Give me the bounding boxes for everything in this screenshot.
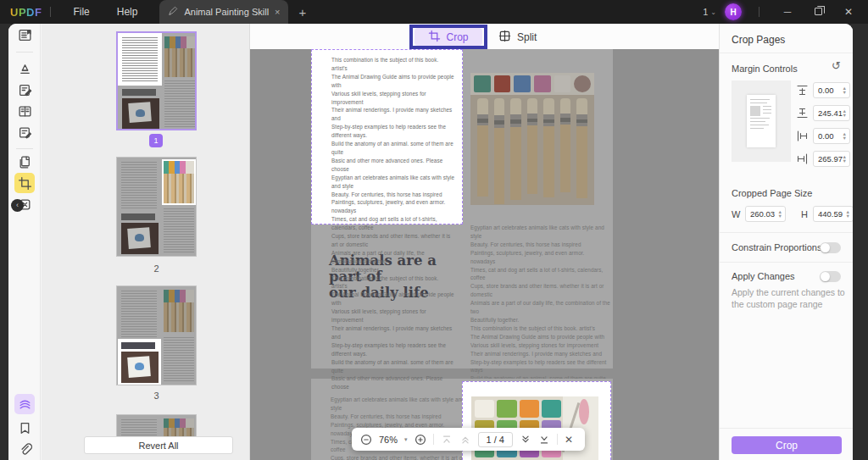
apply-changes-toggle[interactable]: [820, 271, 841, 282]
crop-pages-panel: Crop Pages Margin Controls ↺ ▲▼: [719, 24, 853, 460]
fill-sign-icon[interactable]: [14, 122, 35, 142]
menu-help[interactable]: Help: [103, 0, 152, 24]
previous-page-button[interactable]: [459, 434, 471, 446]
updf-logo: UPDF: [10, 6, 42, 19]
margin-left-icon: [796, 130, 809, 142]
new-tab-button[interactable]: +: [298, 5, 306, 19]
zoom-page-toolbar: 76% ▾ 1 / 4 ✕: [352, 428, 585, 451]
divider: [720, 428, 853, 429]
brushes-photo: [470, 73, 594, 205]
panel-title: Crop Pages: [732, 34, 785, 46]
attachment-icon[interactable]: [14, 439, 35, 459]
height-input[interactable]: ▲▼: [813, 206, 853, 222]
page-number-label: 3: [116, 391, 197, 401]
reader-icon[interactable]: [14, 25, 35, 45]
spinner-arrows[interactable]: ▲▼: [843, 155, 849, 163]
page-thumbnail-panel: 1 2 3 Revert All: [42, 24, 250, 460]
divider: [720, 232, 853, 233]
organize-pages-icon[interactable]: [14, 101, 35, 121]
revert-all-button[interactable]: Revert All: [84, 436, 233, 454]
margin-bottom-input[interactable]: ▲▼: [813, 105, 850, 121]
divider: [759, 7, 760, 17]
first-page-button[interactable]: [441, 434, 453, 446]
page-number-badge: 1: [149, 134, 163, 147]
pen-icon: [168, 4, 178, 19]
page-copy-icon[interactable]: [14, 152, 35, 172]
margin-top-input[interactable]: ▲▼: [813, 82, 850, 98]
menu-file[interactable]: File: [59, 0, 103, 24]
spinner-arrows[interactable]: ▲▼: [846, 210, 853, 218]
tab-title: Animal Painting Skills*: [184, 7, 269, 17]
reset-margins-icon[interactable]: ↺: [832, 61, 841, 71]
crop-mode-button[interactable]: Crop: [415, 28, 482, 46]
minimize-button[interactable]: ─: [776, 6, 798, 18]
margin-controls-label: Margin Controls: [732, 64, 798, 74]
document-tab[interactable]: Animal Painting Skills* ×: [159, 0, 288, 24]
zoom-in-button[interactable]: [415, 434, 426, 446]
next-page-button[interactable]: [520, 434, 531, 446]
margin-left-input[interactable]: ▲▼: [813, 128, 850, 144]
margin-right-icon: [796, 152, 809, 165]
thumbnail-page-3[interactable]: [116, 285, 197, 385]
title-bar: UPDF File Help Animal Painting Skills* ×…: [0, 0, 868, 24]
document-canvas: Crop Split: [250, 24, 719, 460]
divider: [16, 148, 33, 149]
constrain-proportions-toggle[interactable]: [820, 242, 841, 253]
apply-changes-label: Apply Changes: [732, 271, 795, 281]
page1-left-column: This combination is the subject of this …: [312, 50, 462, 391]
bookmark-icon[interactable]: [14, 418, 35, 438]
spinner-arrows[interactable]: ▲▼: [778, 210, 785, 218]
divider: [720, 262, 853, 263]
page-indicator[interactable]: 1 / 4: [478, 432, 513, 447]
divider: [50, 7, 51, 17]
last-page-button[interactable]: [538, 434, 550, 446]
width-label: W: [732, 209, 740, 219]
margin-right-input[interactable]: ▲▼: [813, 151, 850, 167]
spinner-arrows[interactable]: ▲▼: [843, 86, 849, 94]
crop-preview: [732, 80, 791, 162]
zoom-dropdown-icon[interactable]: ▾: [404, 436, 408, 443]
apply-changes-description: Apply the current changes to the custom …: [732, 286, 845, 310]
crop-selection-page-1[interactable]: This combination is the subject of this …: [311, 49, 463, 224]
cropped-page-size-label: Cropped Page Size: [732, 188, 812, 198]
thumbnail-page-1[interactable]: [116, 31, 197, 130]
split-mode-icon: [498, 30, 511, 45]
tab-close-icon[interactable]: ×: [275, 7, 280, 17]
divider: [433, 434, 434, 445]
chevron-down-icon: ⌄: [710, 8, 716, 16]
close-toolbar-button[interactable]: ✕: [565, 434, 573, 446]
ai-assistant-icon[interactable]: [14, 394, 35, 414]
edit-text-icon[interactable]: [14, 80, 35, 100]
page-number-label: 2: [116, 263, 197, 274]
restore-icon: [815, 8, 822, 15]
divider: [16, 52, 33, 53]
height-label: H: [801, 209, 808, 219]
width-input[interactable]: ▲▼: [745, 206, 786, 222]
comment-marker-icon[interactable]: [14, 58, 35, 79]
divider: [557, 434, 558, 445]
restore-button[interactable]: [807, 6, 829, 18]
crop-tool-icon-active[interactable]: [14, 173, 35, 193]
spinner-arrows[interactable]: ▲▼: [843, 109, 849, 117]
zoom-level[interactable]: 76%: [379, 435, 398, 445]
divider: [720, 53, 853, 53]
thumbnail-page-2[interactable]: [116, 157, 197, 257]
crop-mode-icon: [428, 30, 441, 45]
split-mode-button[interactable]: Split: [498, 28, 537, 46]
close-button[interactable]: ✕: [837, 6, 860, 18]
app-content: ‹ 1 2 3: [8, 24, 853, 460]
tool-sidebar: [8, 24, 41, 460]
crop-apply-button[interactable]: Crop: [732, 436, 842, 454]
sidebar-collapse-handle[interactable]: ‹: [11, 199, 24, 212]
margin-top-icon: [796, 84, 809, 97]
spinner-arrows[interactable]: ▲▼: [843, 132, 849, 140]
avatar[interactable]: H: [725, 3, 742, 20]
window-count-dropdown[interactable]: 1⌄: [703, 7, 716, 17]
zoom-out-button[interactable]: [360, 434, 372, 446]
margin-bottom-icon: [796, 107, 809, 119]
constrain-proportions-label: Constrain Proportions: [732, 242, 821, 252]
